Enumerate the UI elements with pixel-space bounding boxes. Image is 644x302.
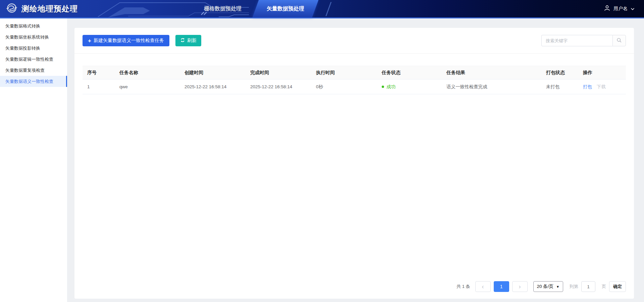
col-exec-time: 执行时间 xyxy=(313,66,378,80)
col-finished-time: 完成时间 xyxy=(247,66,313,80)
cell-task-status: 成功 xyxy=(378,80,443,94)
sidebar-item-coordinate-conversion[interactable]: 矢量数据坐标系统转换 xyxy=(0,32,67,43)
search-button[interactable] xyxy=(612,35,626,46)
sidebar-item-duplicate-check[interactable]: 矢量数据重复项检查 xyxy=(0,65,67,76)
status-badge: 成功 xyxy=(382,84,440,90)
cell-seq: 1 xyxy=(83,80,116,94)
status-text: 成功 xyxy=(386,84,395,90)
pagination-total: 共 1 条 xyxy=(457,284,470,290)
page-number-button[interactable]: 1 xyxy=(494,281,509,292)
confirm-button[interactable]: 确定 xyxy=(609,281,626,292)
goto-page-input[interactable] xyxy=(581,281,595,292)
sidebar-item-semantic-consistency-check[interactable]: 矢量数据语义一致性检查 xyxy=(0,76,67,87)
sidebar: 矢量数据格式转换 矢量数据坐标系统转换 矢量数据投影转换 矢量数据逻辑一致性检查… xyxy=(0,18,67,302)
refresh-icon xyxy=(180,38,185,44)
tab-label: 栅格数据预处理 xyxy=(204,6,241,11)
table-header-row: 序号 任务名称 创建时间 完成时间 执行时间 任务状态 任务结果 打包状态 操作 xyxy=(83,66,626,80)
accent-slash-decoration xyxy=(325,2,331,16)
cell-task-result: 语义一致性检查完成 xyxy=(443,80,543,94)
app-title: 测绘地理预处理 xyxy=(21,4,78,14)
pagination: 共 1 条 ‹ 1 › 20 条/页 ▼ 到第 页 确定 xyxy=(74,281,634,299)
main-content: + 新建矢量数据语义一致性检查任务 刷新 xyxy=(67,18,644,302)
cell-actions: 打包 下载 xyxy=(580,80,626,94)
toolbar: + 新建矢量数据语义一致性检查任务 刷新 xyxy=(74,28,634,53)
toolbar-divider xyxy=(74,53,634,54)
next-page-button[interactable]: › xyxy=(512,281,528,292)
col-package-status: 打包状态 xyxy=(543,66,580,80)
new-task-button[interactable]: + 新建矢量数据语义一致性检查任务 xyxy=(83,35,169,46)
page-size-select[interactable]: 20 条/页 ▼ xyxy=(533,281,563,292)
app-header: 测绘地理预处理 栅格数据预处理 矢量数据预处理 用户名 xyxy=(0,0,644,18)
tab-vector-preprocessing[interactable]: 矢量数据预处理 xyxy=(256,0,315,17)
header-tabs: 栅格数据预处理 矢量数据预处理 xyxy=(194,0,315,17)
chevron-right-icon: › xyxy=(519,284,521,290)
search-icon xyxy=(616,38,622,44)
user-menu[interactable]: 用户名 xyxy=(604,0,635,17)
col-task-status: 任务状态 xyxy=(378,66,443,80)
goto-page-prefix: 到第 xyxy=(570,284,578,290)
download-link[interactable]: 下载 xyxy=(597,84,606,89)
col-created-time: 创建时间 xyxy=(181,66,247,80)
col-task-result: 任务结果 xyxy=(443,66,543,80)
col-task-name: 任务名称 xyxy=(116,66,181,80)
content-card: + 新建矢量数据语义一致性检查任务 刷新 xyxy=(74,28,634,299)
cell-task-name: qwe xyxy=(116,80,181,94)
page-size-value: 20 条/页 xyxy=(537,284,554,290)
sidebar-item-format-conversion[interactable]: 矢量数据格式转换 xyxy=(0,20,67,32)
prev-page-button[interactable]: ‹ xyxy=(475,281,491,292)
search-input[interactable] xyxy=(541,35,612,46)
user-icon xyxy=(604,5,610,13)
chevron-left-icon: ‹ xyxy=(482,284,484,290)
task-table-wrap: 序号 任务名称 创建时间 完成时间 执行时间 任务状态 任务结果 打包状态 操作 xyxy=(83,66,626,94)
cell-finished-time: 2025-12-22 16:58:14 xyxy=(247,80,313,94)
tab-label: 矢量数据预处理 xyxy=(267,6,304,11)
goto-page-suffix: 页 xyxy=(602,284,606,290)
refresh-button[interactable]: 刷新 xyxy=(175,35,201,46)
user-name: 用户名 xyxy=(613,6,628,12)
tab-raster-preprocessing[interactable]: 栅格数据预处理 xyxy=(194,0,252,17)
logo-area: 测绘地理预处理 xyxy=(0,2,78,16)
caret-down-icon: ▼ xyxy=(556,285,559,289)
col-seq: 序号 xyxy=(83,66,116,80)
chevron-down-icon xyxy=(631,6,635,12)
table-row: 1 qwe 2025-12-22 16:58:14 2025-12-22 16:… xyxy=(83,80,626,94)
plus-icon: + xyxy=(88,38,91,44)
cell-package-status: 未打包 xyxy=(543,80,580,94)
col-actions: 操作 xyxy=(580,66,626,80)
sidebar-item-projection-conversion[interactable]: 矢量数据投影转换 xyxy=(0,43,67,54)
app-logo-icon xyxy=(5,2,18,16)
package-link[interactable]: 打包 xyxy=(583,84,592,89)
task-table: 序号 任务名称 创建时间 完成时间 执行时间 任务状态 任务结果 打包状态 操作 xyxy=(83,66,626,94)
cell-created-time: 2025-12-22 16:58:14 xyxy=(181,80,247,94)
status-dot-icon xyxy=(382,86,384,88)
search-box xyxy=(541,35,626,46)
new-task-button-label: 新建矢量数据语义一致性检查任务 xyxy=(94,38,164,44)
sidebar-item-logical-consistency-check[interactable]: 矢量数据逻辑一致性检查 xyxy=(0,54,67,65)
cell-exec-time: 0秒 xyxy=(313,80,378,94)
refresh-button-label: 刷新 xyxy=(187,38,197,44)
